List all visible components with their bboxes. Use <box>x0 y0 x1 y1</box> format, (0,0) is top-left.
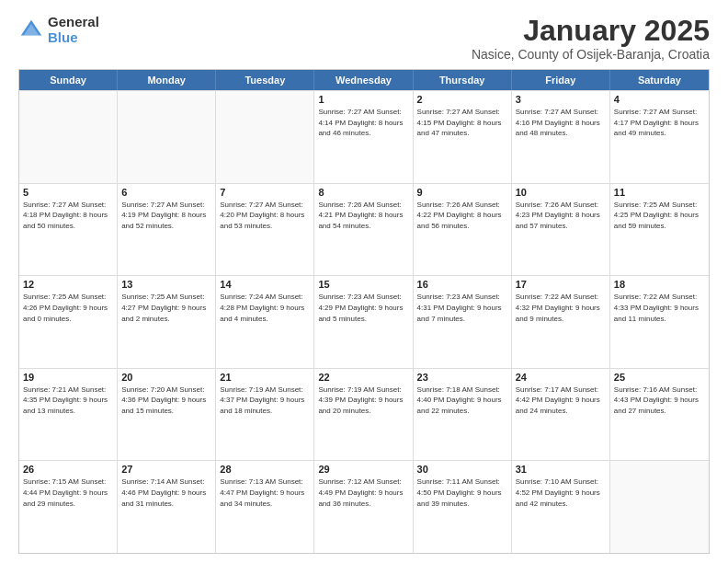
calendar-cell: 5Sunrise: 7:27 AM Sunset: 4:18 PM Daylig… <box>19 184 118 276</box>
day-number: 19 <box>23 372 113 383</box>
day-info: Sunrise: 7:12 AM Sunset: 4:49 PM Dayligh… <box>318 477 408 509</box>
day-info: Sunrise: 7:25 AM Sunset: 4:25 PM Dayligh… <box>614 200 705 232</box>
day-info: Sunrise: 7:27 AM Sunset: 4:17 PM Dayligh… <box>614 107 705 139</box>
header-day-sunday: Sunday <box>19 70 118 90</box>
day-info: Sunrise: 7:16 AM Sunset: 4:43 PM Dayligh… <box>614 385 705 417</box>
calendar-cell: 11Sunrise: 7:25 AM Sunset: 4:25 PM Dayli… <box>610 184 709 276</box>
calendar-cell: 19Sunrise: 7:21 AM Sunset: 4:35 PM Dayli… <box>19 369 118 461</box>
calendar-cell: 17Sunrise: 7:22 AM Sunset: 4:32 PM Dayli… <box>512 276 610 368</box>
header-day-thursday: Thursday <box>414 70 512 90</box>
calendar-header-row: SundayMondayTuesdayWednesdayThursdayFrid… <box>19 70 709 90</box>
calendar-cell: 7Sunrise: 7:27 AM Sunset: 4:20 PM Daylig… <box>216 184 314 276</box>
calendar-cell: 29Sunrise: 7:12 AM Sunset: 4:49 PM Dayli… <box>314 461 413 553</box>
calendar-cell: 27Sunrise: 7:14 AM Sunset: 4:46 PM Dayli… <box>118 461 216 553</box>
day-info: Sunrise: 7:19 AM Sunset: 4:39 PM Dayligh… <box>318 385 408 417</box>
calendar-body: 1Sunrise: 7:27 AM Sunset: 4:14 PM Daylig… <box>19 90 709 553</box>
header: General Blue January 2025 Nasice, County… <box>18 15 710 62</box>
day-number: 23 <box>417 372 507 383</box>
calendar-cell <box>610 461 709 553</box>
day-info: Sunrise: 7:26 AM Sunset: 4:21 PM Dayligh… <box>318 200 408 232</box>
day-info: Sunrise: 7:26 AM Sunset: 4:23 PM Dayligh… <box>516 200 606 232</box>
header-day-friday: Friday <box>512 70 610 90</box>
day-info: Sunrise: 7:22 AM Sunset: 4:32 PM Dayligh… <box>516 292 606 324</box>
day-number: 9 <box>417 187 507 198</box>
day-number: 26 <box>23 464 113 475</box>
calendar-cell: 30Sunrise: 7:11 AM Sunset: 4:50 PM Dayli… <box>414 461 512 553</box>
calendar-cell: 26Sunrise: 7:15 AM Sunset: 4:44 PM Dayli… <box>19 461 118 553</box>
calendar-cell: 18Sunrise: 7:22 AM Sunset: 4:33 PM Dayli… <box>610 276 709 368</box>
day-number: 3 <box>516 94 606 105</box>
day-info: Sunrise: 7:21 AM Sunset: 4:35 PM Dayligh… <box>23 385 113 417</box>
calendar-cell <box>216 91 314 183</box>
calendar-cell: 4Sunrise: 7:27 AM Sunset: 4:17 PM Daylig… <box>610 91 709 183</box>
day-info: Sunrise: 7:26 AM Sunset: 4:22 PM Dayligh… <box>417 200 507 232</box>
day-number: 10 <box>516 187 606 198</box>
day-number: 21 <box>220 372 310 383</box>
day-number: 14 <box>220 279 310 290</box>
calendar-cell: 28Sunrise: 7:13 AM Sunset: 4:47 PM Dayli… <box>216 461 314 553</box>
day-info: Sunrise: 7:19 AM Sunset: 4:37 PM Dayligh… <box>220 385 310 417</box>
day-number: 6 <box>121 187 211 198</box>
logo-text: General Blue <box>48 15 99 45</box>
day-info: Sunrise: 7:27 AM Sunset: 4:16 PM Dayligh… <box>516 107 606 139</box>
header-day-saturday: Saturday <box>610 70 709 90</box>
calendar-cell: 10Sunrise: 7:26 AM Sunset: 4:23 PM Dayli… <box>512 184 610 276</box>
day-number: 28 <box>220 464 310 475</box>
header-day-wednesday: Wednesday <box>314 70 413 90</box>
day-info: Sunrise: 7:17 AM Sunset: 4:42 PM Dayligh… <box>516 385 606 417</box>
day-info: Sunrise: 7:27 AM Sunset: 4:15 PM Dayligh… <box>417 107 507 139</box>
header-day-tuesday: Tuesday <box>216 70 314 90</box>
day-number: 15 <box>318 279 408 290</box>
day-info: Sunrise: 7:15 AM Sunset: 4:44 PM Dayligh… <box>23 477 113 509</box>
day-info: Sunrise: 7:27 AM Sunset: 4:14 PM Dayligh… <box>318 107 408 139</box>
calendar-cell <box>19 91 118 183</box>
calendar-cell: 2Sunrise: 7:27 AM Sunset: 4:15 PM Daylig… <box>414 91 512 183</box>
calendar-cell: 9Sunrise: 7:26 AM Sunset: 4:22 PM Daylig… <box>414 184 512 276</box>
day-info: Sunrise: 7:23 AM Sunset: 4:31 PM Dayligh… <box>417 292 507 324</box>
day-info: Sunrise: 7:22 AM Sunset: 4:33 PM Dayligh… <box>614 292 705 324</box>
day-number: 2 <box>417 94 507 105</box>
calendar-week-4: 19Sunrise: 7:21 AM Sunset: 4:35 PM Dayli… <box>19 368 709 461</box>
logo: General Blue <box>18 15 99 45</box>
day-number: 31 <box>516 464 606 475</box>
title-block: January 2025 Nasice, County of Osijek-Ba… <box>472 15 710 62</box>
day-info: Sunrise: 7:27 AM Sunset: 4:19 PM Dayligh… <box>121 200 211 232</box>
page: General Blue January 2025 Nasice, County… <box>0 0 728 563</box>
day-info: Sunrise: 7:14 AM Sunset: 4:46 PM Dayligh… <box>121 477 211 509</box>
calendar-cell: 12Sunrise: 7:25 AM Sunset: 4:26 PM Dayli… <box>19 276 118 368</box>
day-number: 5 <box>23 187 113 198</box>
calendar-cell: 25Sunrise: 7:16 AM Sunset: 4:43 PM Dayli… <box>610 369 709 461</box>
day-number: 25 <box>614 372 705 383</box>
day-number: 27 <box>121 464 211 475</box>
logo-general: General <box>48 15 99 30</box>
calendar-cell: 22Sunrise: 7:19 AM Sunset: 4:39 PM Dayli… <box>314 369 413 461</box>
day-number: 1 <box>318 94 408 105</box>
day-number: 22 <box>318 372 408 383</box>
day-number: 12 <box>23 279 113 290</box>
day-number: 7 <box>220 187 310 198</box>
calendar-cell: 16Sunrise: 7:23 AM Sunset: 4:31 PM Dayli… <box>414 276 512 368</box>
calendar-cell: 3Sunrise: 7:27 AM Sunset: 4:16 PM Daylig… <box>512 91 610 183</box>
day-info: Sunrise: 7:18 AM Sunset: 4:40 PM Dayligh… <box>417 385 507 417</box>
day-info: Sunrise: 7:27 AM Sunset: 4:18 PM Dayligh… <box>23 200 113 232</box>
calendar-cell: 8Sunrise: 7:26 AM Sunset: 4:21 PM Daylig… <box>314 184 413 276</box>
header-day-monday: Monday <box>118 70 216 90</box>
day-info: Sunrise: 7:10 AM Sunset: 4:52 PM Dayligh… <box>516 477 606 509</box>
calendar-cell <box>118 91 216 183</box>
subtitle: Nasice, County of Osijek-Baranja, Croati… <box>472 47 710 62</box>
day-number: 29 <box>318 464 408 475</box>
calendar-cell: 24Sunrise: 7:17 AM Sunset: 4:42 PM Dayli… <box>512 369 610 461</box>
calendar-cell: 23Sunrise: 7:18 AM Sunset: 4:40 PM Dayli… <box>414 369 512 461</box>
calendar-cell: 31Sunrise: 7:10 AM Sunset: 4:52 PM Dayli… <box>512 461 610 553</box>
calendar-cell: 1Sunrise: 7:27 AM Sunset: 4:14 PM Daylig… <box>314 91 413 183</box>
main-title: January 2025 <box>472 15 710 47</box>
day-number: 17 <box>516 279 606 290</box>
calendar-week-1: 1Sunrise: 7:27 AM Sunset: 4:14 PM Daylig… <box>19 90 709 183</box>
day-info: Sunrise: 7:13 AM Sunset: 4:47 PM Dayligh… <box>220 477 310 509</box>
day-info: Sunrise: 7:23 AM Sunset: 4:29 PM Dayligh… <box>318 292 408 324</box>
calendar-cell: 21Sunrise: 7:19 AM Sunset: 4:37 PM Dayli… <box>216 369 314 461</box>
day-number: 4 <box>614 94 705 105</box>
day-info: Sunrise: 7:24 AM Sunset: 4:28 PM Dayligh… <box>220 292 310 324</box>
logo-blue: Blue <box>48 30 99 46</box>
day-info: Sunrise: 7:27 AM Sunset: 4:20 PM Dayligh… <box>220 200 310 232</box>
